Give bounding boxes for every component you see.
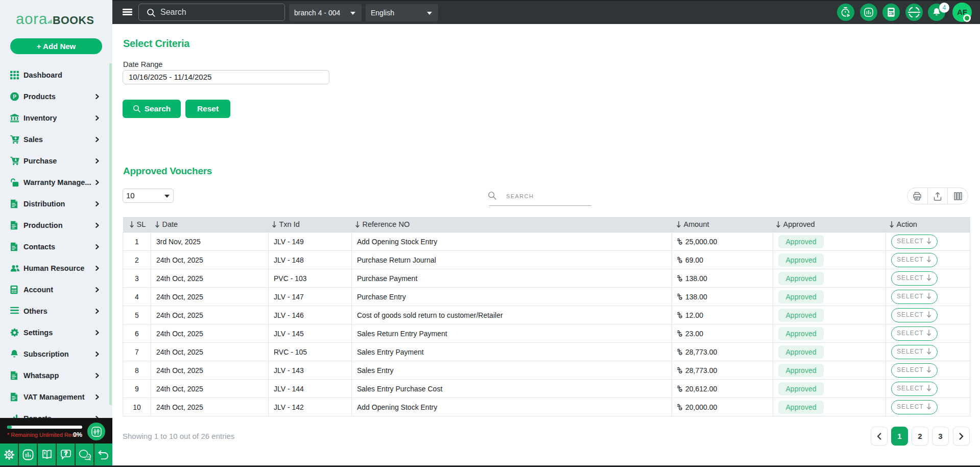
svg-text:P: P: [13, 94, 16, 100]
svg-text:?: ?: [64, 450, 67, 456]
